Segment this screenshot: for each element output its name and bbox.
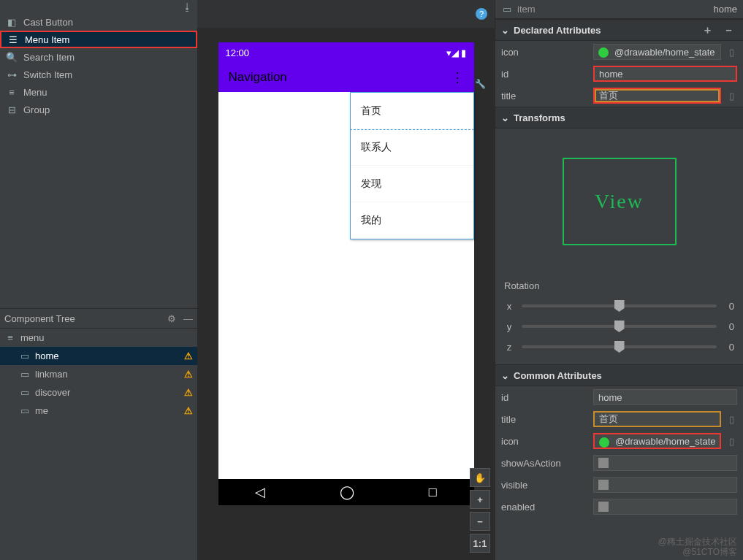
sep-icon: ▯ (725, 436, 737, 447)
section-common[interactable]: ⌄ Common Attributes (495, 364, 743, 386)
menu-option[interactable]: 发现 (351, 166, 473, 202)
menu-icon: ≡ (6, 87, 18, 98)
axis-value: 0 (724, 301, 734, 312)
rotation-label: Rotation (504, 280, 734, 291)
watermark: @稀土掘金技术社区 @51CTO博客 (658, 537, 737, 557)
tree-row-item[interactable]: ▭ home ⚠ (0, 347, 197, 365)
tree-row-root[interactable]: ≡ menu (0, 329, 197, 347)
recent-icon[interactable]: □ (429, 485, 437, 500)
section-transforms[interactable]: ⌄ Transforms (495, 107, 743, 129)
slider-x[interactable] (522, 304, 717, 307)
attr-value[interactable] (593, 499, 737, 515)
palette-list: ◧ Cast Button ☰ Menu Item 🔍 Search Item … (0, 13, 197, 118)
rotation-y-row: y 0 (504, 316, 734, 337)
zoom-out-button[interactable]: − (470, 512, 490, 531)
palette-item-search[interactable]: 🔍 Search Item (0, 48, 197, 66)
download-icon[interactable]: ⭳ (181, 1, 193, 12)
chevron-down-icon: ⌄ (501, 112, 509, 123)
component-tree-header: Component Tree ⚙ — (0, 308, 197, 329)
chevron-down-icon: ⌄ (501, 370, 509, 381)
element-tag: item (517, 4, 709, 15)
palette-header: ⭳ (0, 0, 197, 13)
palette-label: Group (23, 104, 50, 115)
overflow-icon[interactable]: ⋮ (451, 69, 464, 85)
tree-label: home (35, 350, 59, 361)
android-navbar: ◁ ◯ □ (218, 479, 474, 505)
sep-icon: ▯ (725, 414, 737, 425)
design-surface[interactable]: 🔧 12:00 ▾◢ ▮ Navigation ⋮ 首页 联系人 发现 我的 ◁ (197, 28, 495, 560)
menu-option[interactable]: 首页 (351, 93, 473, 129)
drawable-icon (599, 437, 609, 448)
zoom-fit-button[interactable]: 1:1 (470, 534, 490, 553)
slider-y[interactable] (522, 325, 717, 328)
component-tree-title: Component Tree (4, 313, 75, 324)
menu-option[interactable]: 联系人 (351, 129, 473, 166)
attr-row-title2: title 首页 ▯ (495, 408, 743, 430)
attr-row-icon: icon @drawable/home_state ▯ (495, 41, 743, 63)
attr-name: visible (501, 480, 589, 491)
attr-value[interactable]: @drawable/home_state (593, 44, 721, 60)
axis-label: z (504, 342, 514, 353)
drawable-icon (598, 47, 609, 58)
flag-icon (598, 458, 609, 468)
palette-label: Cast Button (23, 17, 73, 28)
palette-item-group[interactable]: ⊟ Group (0, 101, 197, 118)
home-icon[interactable]: ◯ (340, 484, 354, 500)
design-toolbar: ? (197, 0, 495, 28)
palette-item-switch[interactable]: ⊶ Switch Item (0, 66, 197, 83)
item-icon: ▭ (19, 405, 31, 416)
view-preview: View (563, 158, 677, 245)
tree-row-item[interactable]: ▭ discover ⚠ (0, 383, 197, 402)
palette-item-cast[interactable]: ◧ Cast Button (0, 13, 197, 31)
menu-option[interactable]: 我的 (351, 202, 473, 239)
tree-row-item[interactable]: ▭ me ⚠ (0, 402, 197, 420)
wrench-icon[interactable]: 🔧 (475, 79, 486, 89)
sep-icon: ▯ (725, 47, 737, 58)
attr-name: title (501, 91, 589, 101)
attr-name: enabled (501, 502, 589, 513)
remove-attr-button[interactable]: － (720, 23, 737, 37)
warning-icon: ⚠ (184, 405, 193, 416)
palette-label: Menu Item (25, 34, 69, 45)
attr-value[interactable]: 首页 (593, 88, 721, 104)
slider-z[interactable] (522, 345, 717, 348)
section-declared[interactable]: ⌄ Declared Attributes ＋ － (495, 19, 743, 41)
gear-icon[interactable]: ⚙ (167, 313, 176, 324)
minimize-icon[interactable]: — (183, 313, 193, 324)
palette-item-menu[interactable]: ≡ Menu (0, 83, 197, 101)
attr-row-icon2: icon @drawable/home_state ▯ (495, 430, 743, 452)
pan-button[interactable]: ✋ (470, 468, 490, 487)
warning-icon: ⚠ (184, 350, 193, 361)
attr-value[interactable] (593, 455, 737, 471)
attr-name: showAsAction (501, 458, 589, 469)
axis-value: 0 (724, 342, 734, 353)
tree-row-item[interactable]: ▭ linkman ⚠ (0, 365, 197, 383)
item-icon: ▭ (19, 387, 31, 398)
attr-name: icon (501, 47, 589, 58)
status-icons: ▾◢ ▮ (446, 47, 467, 58)
cast-icon: ◧ (6, 17, 18, 28)
warning-icon: ⚠ (184, 369, 193, 380)
attr-value[interactable]: home (593, 66, 737, 82)
add-attr-button[interactable]: ＋ (699, 23, 716, 37)
rotation-block: Rotation x 0 y 0 z 0 (495, 275, 743, 364)
palette-item-menu-item[interactable]: ☰ Menu Item (0, 31, 197, 48)
attr-value[interactable]: @drawable/home_state (593, 433, 721, 449)
clock-label: 12:00 (226, 47, 250, 58)
axis-label: y (504, 321, 514, 332)
item-icon: ▭ (19, 369, 31, 380)
attr-value[interactable]: home (593, 389, 737, 405)
tree-label: me (35, 405, 48, 416)
axis-label: x (504, 301, 514, 312)
help-icon[interactable]: ? (476, 8, 487, 20)
attr-row-title: title 首页 ▯ (495, 85, 743, 107)
palette-label: Switch Item (23, 69, 72, 80)
attr-name: id (501, 392, 589, 403)
attr-value[interactable]: 首页 (593, 411, 721, 427)
zoom-in-button[interactable]: + (470, 490, 490, 509)
item-icon: ▭ (19, 350, 31, 361)
warning-icon: ⚠ (184, 387, 193, 398)
back-icon[interactable]: ◁ (255, 484, 265, 500)
attr-row-showas: showAsAction (495, 452, 743, 474)
attr-value[interactable] (593, 477, 737, 493)
